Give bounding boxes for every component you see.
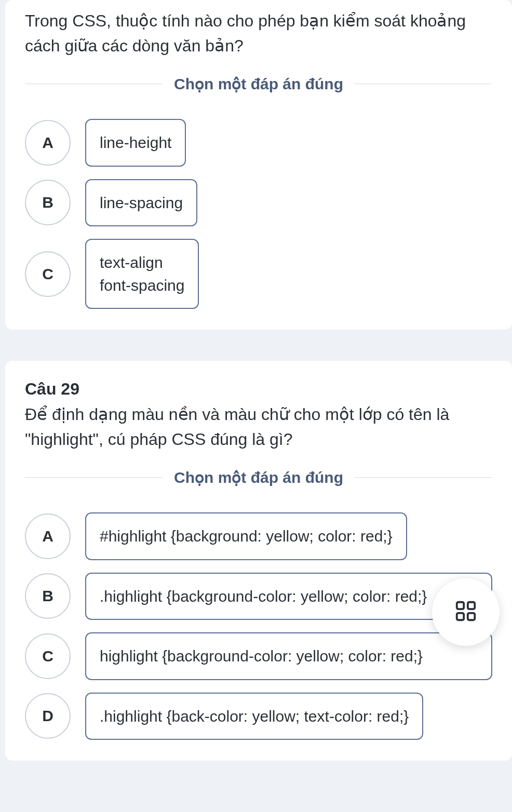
option-letter[interactable]: B (25, 180, 71, 225)
svg-rect-2 (457, 613, 464, 620)
option-letter[interactable]: C (25, 633, 71, 679)
options-list: A #highlight {background: yellow; color:… (25, 512, 492, 740)
instruction-divider: Chọn một đáp án đúng (25, 468, 492, 486)
grid-icon (454, 599, 478, 625)
instruction-divider: Chọn một đáp án đúng (25, 75, 492, 93)
svg-rect-1 (468, 602, 475, 609)
option-row[interactable]: B .highlight {background-color: yellow; … (25, 573, 492, 620)
option-text[interactable]: #highlight {background: yellow; color: r… (85, 512, 407, 560)
option-row[interactable]: B line-spacing (25, 179, 492, 227)
instruction-label: Chọn một đáp án đúng (163, 75, 355, 93)
option-letter[interactable]: B (25, 573, 71, 619)
option-text[interactable]: text-align font-spacing (85, 239, 199, 309)
option-text[interactable]: highlight {background-color: yellow; col… (85, 632, 492, 680)
question-text: Trong CSS, thuộc tính nào cho phép bạn k… (25, 8, 492, 58)
option-row[interactable]: C highlight {background-color: yellow; c… (25, 632, 492, 680)
grid-fab-button[interactable] (432, 578, 500, 646)
option-letter[interactable]: A (25, 513, 71, 559)
option-letter[interactable]: C (25, 251, 71, 297)
option-letter[interactable]: A (25, 120, 71, 166)
option-row[interactable]: A #highlight {background: yellow; color:… (25, 512, 492, 560)
svg-rect-3 (468, 613, 475, 620)
question-number: Câu 29 (25, 380, 492, 399)
option-row[interactable]: A line-height (25, 119, 492, 167)
option-text[interactable]: .highlight {back-color: yellow; text-col… (85, 693, 423, 740)
option-row[interactable]: C text-align font-spacing (25, 239, 492, 309)
option-text[interactable]: line-height (85, 119, 186, 167)
option-row[interactable]: D .highlight {back-color: yellow; text-c… (25, 693, 492, 740)
options-list: A line-height B line-spacing C text-alig… (25, 119, 492, 309)
question-card: Trong CSS, thuộc tính nào cho phép bạn k… (5, 0, 512, 330)
option-text[interactable]: .highlight {background-color: yellow; co… (85, 573, 492, 620)
option-letter[interactable]: D (25, 693, 71, 739)
question-card: Câu 29 Để định dạng màu nền và màu chữ c… (5, 361, 512, 761)
instruction-label: Chọn một đáp án đúng (163, 468, 355, 486)
question-text: Để định dạng màu nền và màu chữ cho một … (25, 402, 492, 452)
option-text[interactable]: line-spacing (85, 179, 197, 227)
svg-rect-0 (457, 602, 464, 609)
